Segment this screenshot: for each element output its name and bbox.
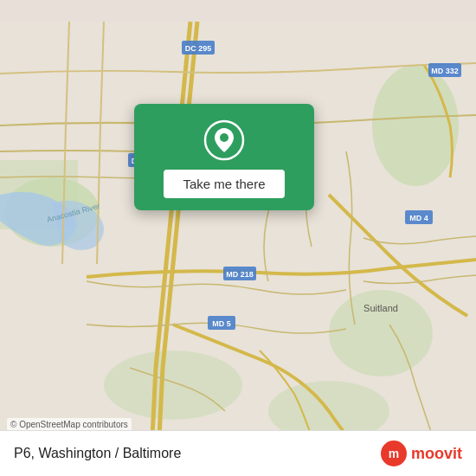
svg-text:MD 4: MD 4 [409, 214, 428, 222]
moovit-logo: m moovit [380, 440, 462, 467]
map-background: DC 295 DC 295 MD 218 MD 5 MD 4 MD 332 Su… [0, 0, 476, 476]
svg-text:Suitland: Suitland [363, 303, 398, 313]
svg-text:MD 5: MD 5 [212, 319, 231, 328]
bottom-bar: P6, Washington / Baltimore m moovit [0, 430, 476, 476]
location-pin-icon [203, 119, 245, 161]
svg-text:m: m [389, 447, 399, 460]
popup-card: Take me there [134, 104, 314, 210]
moovit-brand-text: moovit [411, 445, 462, 463]
svg-text:DC 295: DC 295 [185, 44, 212, 53]
svg-text:MD 218: MD 218 [226, 270, 254, 279]
svg-point-22 [220, 133, 228, 142]
osm-attribution: © OpenStreetMap contributors [7, 418, 132, 431]
svg-point-2 [372, 65, 459, 186]
map-container: DC 295 DC 295 MD 218 MD 5 MD 4 MD 332 Su… [0, 0, 476, 476]
svg-text:MD 332: MD 332 [431, 67, 459, 75]
location-label: P6, Washington / Baltimore [14, 446, 181, 461]
moovit-icon: m [380, 440, 408, 467]
take-me-there-button[interactable]: Take me there [164, 170, 284, 198]
svg-point-5 [104, 351, 242, 420]
